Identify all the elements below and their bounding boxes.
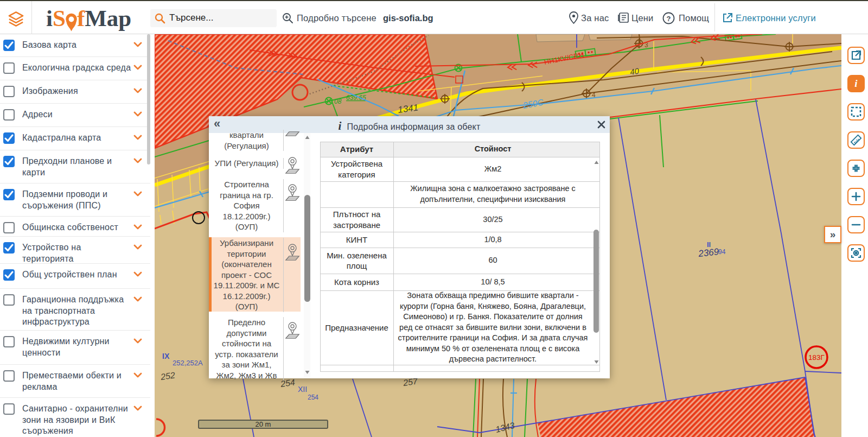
svg-text:183Г: 183Г	[808, 353, 825, 362]
svg-text:94: 94	[718, 248, 726, 256]
svg-text:639.65: 639.65	[346, 94, 366, 102]
svg-text:20 m: 20 m	[256, 420, 271, 428]
svg-text:II: II	[707, 240, 711, 249]
svg-text:08: 08	[334, 98, 342, 105]
svg-text:40: 40	[629, 66, 640, 77]
svg-text:XII: XII	[298, 385, 307, 394]
svg-text:IX: IX	[162, 352, 170, 360]
svg-text:252,252A: 252,252A	[173, 359, 203, 367]
svg-text:254: 254	[308, 394, 318, 401]
svg-text:?: ?	[667, 15, 671, 23]
